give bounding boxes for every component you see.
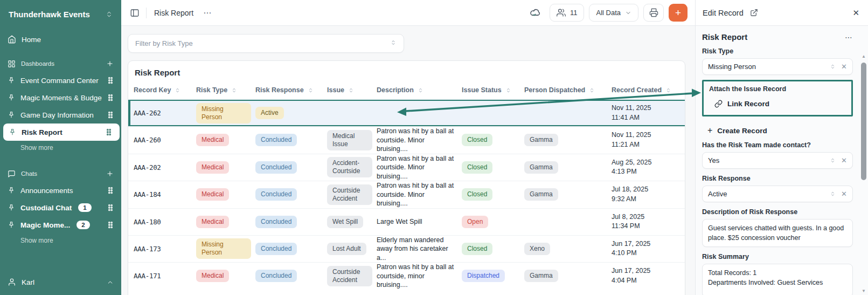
- issue-status-badge: Closed: [462, 188, 492, 201]
- clear-field-icon[interactable]: ✕: [841, 190, 847, 198]
- sort-icon: [175, 87, 180, 94]
- filter-by-risk-type-select[interactable]: Filter by Risk Type: [128, 34, 404, 53]
- table-row[interactable]: AAA-180 Medical Concluded Wet Spill Larg…: [128, 208, 685, 235]
- description-of-risk-response-field[interactable]: Guest services chatted with guests. In a…: [702, 219, 853, 247]
- select-stepper-icon[interactable]: [830, 63, 836, 70]
- create-record-label: Create Record: [717, 127, 767, 135]
- risk-response-field[interactable]: Active ✕: [702, 186, 853, 202]
- unread-count-badge: 1: [78, 203, 91, 212]
- cell-record-key: AAA-202: [134, 163, 196, 171]
- more-icon[interactable]: ⋯: [845, 33, 853, 42]
- sidebar-item-risk-report[interactable]: Risk Report: [3, 124, 120, 141]
- select-stepper-icon[interactable]: [830, 157, 836, 164]
- drag-handle-icon[interactable]: [107, 187, 114, 194]
- risk-response-badge: Concluded: [255, 188, 297, 201]
- scrollbar-thumb[interactable]: [861, 63, 866, 180]
- open-external-icon[interactable]: [750, 9, 758, 17]
- person-dispatched-badge: Gamma: [524, 134, 558, 146]
- add-chat-icon[interactable]: [106, 170, 114, 177]
- sidebar-item-game-day-information[interactable]: Game Day Information: [0, 106, 121, 124]
- cell-description: Elderly man wandered away from his caret…: [377, 236, 462, 263]
- risk-type-badge: Missing Person: [196, 238, 251, 259]
- data-scope-dropdown[interactable]: All Data: [589, 4, 638, 22]
- panel-scrollbar[interactable]: ▲ ▼: [860, 54, 867, 293]
- clear-field-icon[interactable]: ✕: [841, 63, 847, 71]
- close-icon[interactable]: ✕: [852, 8, 859, 18]
- link-record-button[interactable]: Link Record: [714, 100, 846, 108]
- person-dispatched-badge: Gamma: [524, 188, 558, 201]
- print-button[interactable]: [643, 4, 664, 22]
- more-icon[interactable]: ⋯: [203, 8, 212, 18]
- user-name: Karl: [22, 278, 101, 286]
- risk-response-badge: Concluded: [255, 134, 297, 146]
- risk-type-badge: Medical: [196, 216, 229, 228]
- table-row[interactable]: AAA-260 Medical Concluded Medical Issue …: [128, 126, 685, 154]
- user-menu[interactable]: Karl: [0, 275, 121, 290]
- sidebar-item-magic-moments-budget[interactable]: Magic Moments & Budget: [0, 89, 121, 106]
- dashboards-show-more[interactable]: Show more: [0, 141, 121, 153]
- table-row[interactable]: AAA-202 Medical Concluded Accident-Court…: [128, 154, 685, 181]
- cell-description: Patron was hit by a ball at courtside, m…: [377, 263, 462, 290]
- chats-show-more[interactable]: Show more: [0, 234, 121, 245]
- risk-type-badge: Missing Person: [196, 103, 251, 124]
- issue-badge: Courtside Accident: [327, 266, 372, 286]
- select-stepper-icon[interactable]: [830, 190, 836, 197]
- table-row[interactable]: AAA-173 Missing Person Concluded Lost Ad…: [128, 235, 685, 263]
- drag-handle-icon[interactable]: [106, 128, 112, 136]
- section-label: Dashboards: [21, 60, 101, 67]
- drag-handle-icon[interactable]: [107, 221, 114, 229]
- contact-value: Yes: [708, 156, 830, 164]
- column-header-issue-status[interactable]: Issue Status: [462, 86, 524, 94]
- sort-icon: [348, 87, 354, 94]
- drag-handle-icon[interactable]: [107, 94, 114, 101]
- section-label: Chats: [21, 170, 101, 177]
- add-record-button[interactable]: +: [669, 4, 688, 22]
- scroll-down-icon[interactable]: ▼: [860, 289, 867, 293]
- issue-badge: Accident-Courtside: [327, 157, 372, 177]
- scroll-up-icon[interactable]: ▲: [860, 54, 867, 59]
- risk-type-badge: Medical: [196, 134, 229, 146]
- issue-badge: Wet Spill: [327, 216, 363, 228]
- drag-handle-icon[interactable]: [107, 111, 114, 119]
- chevron-updown-icon: [106, 11, 113, 18]
- toggle-sidebar-icon[interactable]: [130, 8, 140, 18]
- sidebar-item-announcements[interactable]: Announcements: [0, 182, 121, 199]
- column-header-person-dispatched[interactable]: Person Dispatched: [524, 86, 612, 94]
- risk-type-field[interactable]: Missing Person ✕: [702, 58, 853, 75]
- pin-icon: [8, 187, 15, 194]
- link-icon: [714, 100, 723, 108]
- drag-handle-icon[interactable]: [107, 204, 114, 211]
- sidebar-item-label: Event Command Center: [20, 77, 102, 85]
- sidebar-item-label: Announcements: [20, 187, 102, 195]
- table-row[interactable]: AAA-171 Medical Concluded Courtside Acci…: [128, 262, 685, 290]
- add-dashboard-icon[interactable]: [106, 60, 114, 67]
- sort-icon: [418, 87, 423, 94]
- table-row[interactable]: AAA-184 Medical Concluded Courtside Acci…: [128, 181, 685, 208]
- sidebar-item-magic-moments-chat[interactable]: Magic Mome... 2: [0, 216, 121, 234]
- drag-handle-icon[interactable]: [107, 77, 114, 84]
- sidebar-item-home[interactable]: Home: [0, 31, 121, 48]
- column-header-description[interactable]: Description: [377, 86, 462, 94]
- contact-field[interactable]: Yes ✕: [702, 152, 853, 169]
- sidebar-item-label: Custodial Chat: [20, 204, 72, 212]
- cell-description: Large Wet Spill: [377, 217, 462, 227]
- collaborators-button[interactable]: 11: [550, 4, 585, 22]
- column-header-risk-type[interactable]: Risk Type: [196, 86, 255, 94]
- create-record-button[interactable]: + Create Record: [707, 126, 853, 135]
- cell-record-key: AAA-171: [134, 272, 196, 280]
- attach-issue-record-section: Attach the Issue Record Link Record: [702, 80, 853, 116]
- unread-count-badge: 2: [77, 221, 89, 229]
- cell-description: Patron was hit by a ball at courtside. M…: [377, 181, 462, 208]
- table-row[interactable]: AAA-262 Missing Person Active Nov 11, 20…: [128, 99, 685, 126]
- clear-field-icon[interactable]: ✕: [841, 156, 847, 164]
- column-header-record-created[interactable]: Record Created: [612, 86, 679, 94]
- sort-icon: [589, 87, 595, 94]
- column-header-risk-response[interactable]: Risk Response: [255, 86, 327, 94]
- column-header-record-key[interactable]: Record Key: [134, 86, 196, 94]
- sidebar-item-event-command-center[interactable]: Event Command Center: [0, 72, 121, 89]
- sidebar-item-custodial-chat[interactable]: Custodial Chat 1: [0, 199, 121, 216]
- pin-icon: [8, 111, 15, 119]
- workspace-switcher[interactable]: Thunderhawk Events: [0, 0, 121, 28]
- column-header-issue[interactable]: Issue: [327, 86, 377, 94]
- risk-summary-field[interactable]: Total Records: 1 Departments Involved: G…: [702, 264, 853, 295]
